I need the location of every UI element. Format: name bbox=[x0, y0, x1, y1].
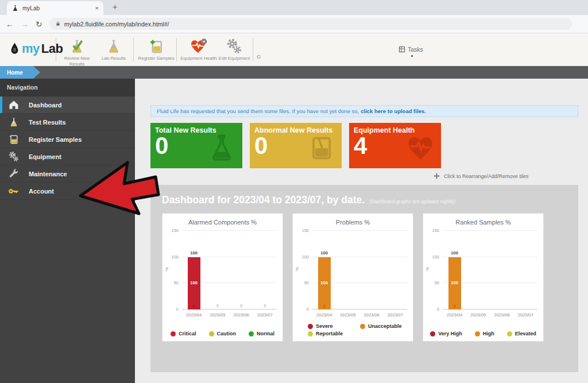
chart-problems: Problems %%0501001502023/0410010002023/0… bbox=[292, 213, 413, 342]
chart-legend: CriticalCautionNormal bbox=[163, 331, 283, 336]
sidebar-item-test-results[interactable]: Test Results bbox=[0, 114, 135, 131]
x-tick-label: 2023/06 bbox=[494, 312, 510, 318]
sidebar-item-dashboard[interactable]: Dashboard bbox=[0, 96, 135, 114]
dashboard-title-row: Dashboard for 2023/04 to 2023/07, by dat… bbox=[162, 194, 567, 206]
browser-tab[interactable]: myLab × bbox=[7, 1, 103, 15]
review-new-results-button[interactable]: Review New Results bbox=[59, 38, 95, 67]
watermark-g: G bbox=[257, 54, 261, 60]
flask-check-icon bbox=[68, 38, 86, 55]
flask-favicon-icon bbox=[11, 5, 19, 12]
x-tick-label: 2023/06 bbox=[234, 312, 249, 318]
legend-label: Very High bbox=[438, 331, 462, 336]
sidebar-item-maintenance[interactable]: Maintenance bbox=[0, 165, 135, 183]
bar-value-label: 100 bbox=[451, 280, 458, 285]
toolbar-button-label: Review New Results bbox=[59, 56, 95, 67]
gears-icon bbox=[226, 38, 243, 55]
legend-item: High bbox=[475, 331, 494, 336]
key-icon bbox=[8, 185, 20, 197]
lab-results-button[interactable]: Lab Results bbox=[95, 38, 132, 61]
toolbar-separator bbox=[133, 38, 134, 61]
edit-equipment-button[interactable]: Edit Equipment bbox=[216, 38, 253, 61]
gridline bbox=[312, 230, 407, 231]
tasks-grid-icon bbox=[399, 46, 405, 53]
chart-plot-area: 0501001502023/0410010002023/0502023/0602… bbox=[182, 231, 277, 310]
legend-label: Critical bbox=[179, 331, 196, 336]
browser-tab-strip: myLab × + bbox=[0, 0, 588, 15]
browser-toolbar: ← → ↻ mylab2.fluidlife.com/mylab/index.h… bbox=[0, 15, 588, 33]
toolbar-button-label: Register Samples bbox=[138, 56, 174, 61]
tab-close-icon[interactable]: × bbox=[95, 5, 99, 11]
new-tab-button[interactable]: + bbox=[113, 2, 117, 11]
legend-dot-icon bbox=[308, 324, 313, 329]
sidebar-header: Navigation bbox=[0, 79, 135, 96]
home-icon bbox=[8, 99, 20, 111]
legend-dot-icon bbox=[308, 331, 313, 336]
mylab-logo[interactable]: myLab bbox=[9, 41, 63, 56]
legend-item: Reportable bbox=[308, 331, 343, 336]
bar-total-label: 100 bbox=[190, 250, 198, 256]
bar-total-label: 100 bbox=[320, 250, 328, 256]
address-bar[interactable]: mylab2.fluidlife.com/mylab/index.html#/ bbox=[49, 18, 572, 30]
chart-cards: Alarmed Components %%0501001502023/04100… bbox=[162, 213, 567, 342]
y-axis-label: % bbox=[164, 267, 169, 271]
legend-dot-icon bbox=[249, 331, 254, 336]
equipment-health-button[interactable]: Equipment Health bbox=[180, 38, 217, 61]
rearrange-tiles-link[interactable]: Click to Rearrange/Add/Remove tiles bbox=[434, 173, 529, 179]
rearrange-tiles-label: Click to Rearrange/Add/Remove tiles bbox=[444, 173, 529, 179]
x-tick-label: 2023/05 bbox=[340, 312, 355, 318]
chart-title: Problems % bbox=[293, 219, 413, 226]
register-samples-button[interactable]: Register Samples bbox=[138, 38, 175, 61]
flask-icon bbox=[207, 132, 237, 164]
tab-title: myLab bbox=[22, 5, 92, 11]
chart-title: Ranked Samples % bbox=[423, 219, 543, 226]
back-icon[interactable]: ← bbox=[6, 20, 14, 29]
toolbar-separator bbox=[56, 38, 56, 61]
gridline bbox=[182, 230, 277, 231]
legend-dot-icon bbox=[360, 324, 365, 329]
dashboard-panel: Dashboard for 2023/04 to 2023/07, by dat… bbox=[150, 185, 578, 372]
droplet-icon bbox=[9, 42, 20, 56]
chart-ranked-samples: Ranked Samples %%0501001502023/041001000… bbox=[423, 213, 544, 342]
refresh-icon[interactable]: ↻ bbox=[36, 20, 42, 29]
legend-label: Reportable bbox=[316, 331, 343, 336]
bar-total-label: 100 bbox=[451, 250, 458, 256]
sidebar-item-account[interactable]: Account bbox=[0, 183, 135, 200]
move-icon bbox=[434, 173, 440, 179]
x-tick-label: 2023/07 bbox=[518, 312, 533, 318]
tile-abnormal-new-results[interactable]: Abnormal New Results 0 bbox=[250, 123, 342, 168]
legend-label: Normal bbox=[257, 331, 274, 336]
flask-icon bbox=[105, 38, 122, 55]
breadcrumb-home[interactable]: Home bbox=[0, 66, 40, 79]
legend-item: Very High bbox=[430, 331, 462, 336]
tasks-button[interactable]: Tasks bbox=[399, 46, 423, 53]
x-tick-label: 2023/07 bbox=[388, 312, 403, 318]
legend-item: Severe bbox=[308, 323, 343, 329]
legend-item: Elevated bbox=[507, 331, 536, 336]
forward-icon[interactable]: → bbox=[21, 20, 29, 29]
breadcrumb: Home bbox=[0, 66, 588, 79]
y-tick-label: 150 bbox=[166, 228, 179, 233]
tile-equipment-health[interactable]: Equipment Health 4 bbox=[349, 123, 441, 168]
x-tick-label: 2023/05 bbox=[210, 312, 225, 318]
legend-item: Unacceptable bbox=[360, 323, 402, 329]
toolbar-button-label: Equipment Health bbox=[180, 56, 217, 61]
sidebar-item-equipment[interactable]: Equipment bbox=[0, 148, 135, 165]
sidebar-item-label: Test Results bbox=[29, 119, 66, 126]
bar-value-label: 100 bbox=[190, 280, 198, 285]
tile-total-new-results[interactable]: Total New Results 0 bbox=[150, 123, 242, 168]
zero-value-label: 0 bbox=[240, 304, 242, 308]
toolbar-button-label: Edit Equipment bbox=[219, 56, 250, 61]
url-text: mylab2.fluidlife.com/mylab/index.html#/ bbox=[64, 21, 169, 28]
sidebar-item-register-samples[interactable]: Register Samples bbox=[0, 131, 135, 148]
sidebar: Navigation Dashboard Test Results Regist… bbox=[0, 79, 135, 383]
legend-dot-icon bbox=[209, 331, 214, 336]
bar-bottom-label: 0 bbox=[323, 304, 326, 308]
legend-item: Caution bbox=[209, 331, 237, 336]
zero-value-label: 0 bbox=[216, 304, 219, 308]
dashboard-title: Dashboard for 2023/04 to 2023/07, by dat… bbox=[162, 194, 365, 206]
y-tick-label: 50 bbox=[427, 280, 439, 285]
upload-files-link[interactable]: click here to upload files. bbox=[361, 108, 426, 114]
toolbar-separator bbox=[253, 38, 253, 61]
sidebar-item-label: Register Samples bbox=[29, 136, 82, 143]
x-tick-label: 2023/05 bbox=[470, 312, 486, 318]
